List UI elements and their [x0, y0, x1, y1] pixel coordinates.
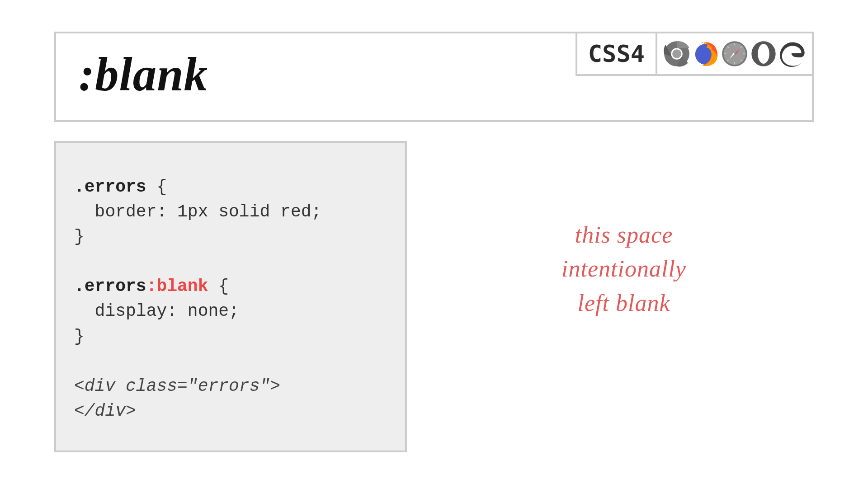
slide-body: .errors { border: 1px solid red; } .erro…	[54, 141, 814, 452]
browser-support-icons	[656, 32, 814, 76]
svg-point-17	[758, 44, 769, 64]
code-brace-close-1: }	[74, 227, 85, 246]
safari-icon	[722, 41, 748, 67]
code-brace-open-2: {	[208, 277, 229, 296]
chrome-icon	[664, 41, 690, 67]
caption-line-3: left blank	[561, 286, 686, 320]
firefox-icon	[693, 41, 719, 67]
slide: :blank CSS4	[0, 0, 868, 488]
code-html-line2: </div>	[74, 401, 136, 421]
caption-line-2: intentionally	[561, 252, 686, 286]
opera-icon	[750, 41, 777, 67]
css-spec-badge: CSS4	[576, 32, 656, 76]
code-selector-2-prefix: .errors	[74, 277, 146, 296]
slide-header: :blank CSS4	[54, 32, 814, 122]
code-rule1-body: border: 1px solid red;	[74, 202, 321, 221]
code-brace-open-1: {	[146, 177, 167, 197]
edge-icon	[779, 41, 806, 67]
code-rule2-body: display: none;	[74, 301, 239, 321]
code-selector-2-highlight: :blank	[146, 277, 208, 296]
blank-space-caption: this space intentionally left blank	[561, 218, 686, 320]
code-example: .errors { border: 1px solid red; } .erro…	[54, 141, 407, 452]
code-brace-close-2: }	[74, 327, 85, 346]
code-html-line1: <div class="errors">	[74, 376, 280, 396]
header-badges: CSS4	[576, 32, 814, 76]
svg-point-2	[672, 49, 681, 58]
code-selector-1: .errors	[74, 177, 146, 197]
caption-line-1: this space	[561, 218, 686, 252]
caption-area: this space intentionally left blank	[434, 141, 814, 452]
